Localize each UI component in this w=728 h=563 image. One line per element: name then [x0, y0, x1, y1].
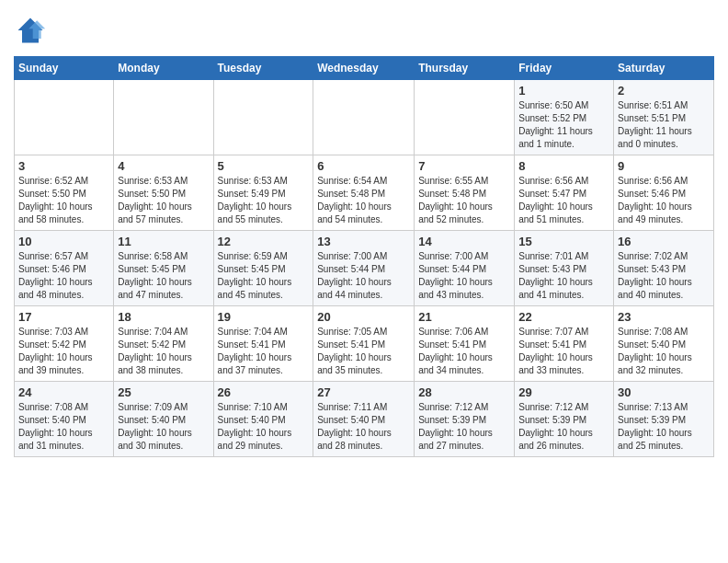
day-info: Sunrise: 6:56 AM Sunset: 5:47 PM Dayligh… — [518, 175, 609, 226]
day-info: Sunrise: 6:55 AM Sunset: 5:48 PM Dayligh… — [418, 175, 510, 226]
day-number: 27 — [317, 385, 410, 399]
calendar-cell: 8Sunrise: 6:56 AM Sunset: 5:47 PM Daylig… — [515, 155, 614, 231]
calendar-cell: 2Sunrise: 6:51 AM Sunset: 5:51 PM Daylig… — [614, 80, 714, 155]
day-number: 29 — [518, 385, 609, 399]
calendar-body: 1Sunrise: 6:50 AM Sunset: 5:52 PM Daylig… — [15, 80, 714, 457]
calendar-cell — [313, 80, 415, 155]
calendar-cell: 17Sunrise: 7:03 AM Sunset: 5:42 PM Dayli… — [15, 306, 114, 382]
day-info: Sunrise: 7:05 AM Sunset: 5:41 PM Dayligh… — [317, 326, 410, 377]
day-number: 2 — [618, 84, 710, 98]
calendar-cell — [415, 80, 515, 155]
day-number: 7 — [418, 159, 510, 173]
day-number: 9 — [618, 159, 710, 173]
calendar-cell — [114, 80, 213, 155]
day-info: Sunrise: 7:11 AM Sunset: 5:40 PM Dayligh… — [317, 401, 410, 453]
day-info: Sunrise: 6:53 AM Sunset: 5:50 PM Dayligh… — [118, 175, 209, 226]
day-number: 14 — [418, 235, 510, 248]
day-number: 5 — [218, 159, 310, 173]
calendar-cell: 12Sunrise: 6:59 AM Sunset: 5:45 PM Dayli… — [213, 231, 313, 306]
calendar-cell: 27Sunrise: 7:11 AM Sunset: 5:40 PM Dayli… — [313, 382, 415, 457]
calendar-cell: 23Sunrise: 7:08 AM Sunset: 5:40 PM Dayli… — [614, 306, 714, 382]
day-info: Sunrise: 7:07 AM Sunset: 5:41 PM Dayligh… — [518, 326, 609, 377]
weekday-header-saturday: Saturday — [614, 57, 714, 80]
weekday-header-monday: Monday — [114, 57, 213, 80]
day-info: Sunrise: 6:50 AM Sunset: 5:52 PM Dayligh… — [518, 99, 609, 151]
calendar-cell: 22Sunrise: 7:07 AM Sunset: 5:41 PM Dayli… — [515, 306, 614, 382]
day-info: Sunrise: 7:06 AM Sunset: 5:41 PM Dayligh… — [418, 326, 510, 377]
day-number: 18 — [118, 310, 209, 324]
calendar-cell — [213, 80, 313, 155]
day-info: Sunrise: 7:03 AM Sunset: 5:42 PM Dayligh… — [18, 326, 109, 377]
weekday-header-sunday: Sunday — [15, 57, 114, 80]
calendar-cell: 1Sunrise: 6:50 AM Sunset: 5:52 PM Daylig… — [515, 80, 614, 155]
calendar-cell — [15, 80, 114, 155]
calendar-cell: 11Sunrise: 6:58 AM Sunset: 5:45 PM Dayli… — [114, 231, 213, 306]
day-info: Sunrise: 7:04 AM Sunset: 5:41 PM Dayligh… — [218, 326, 310, 377]
logo-icon — [14, 14, 47, 47]
weekday-header-wednesday: Wednesday — [313, 57, 415, 80]
weekday-header-friday: Friday — [515, 57, 614, 80]
day-info: Sunrise: 6:54 AM Sunset: 5:48 PM Dayligh… — [317, 175, 410, 226]
day-info: Sunrise: 7:08 AM Sunset: 5:40 PM Dayligh… — [618, 326, 710, 377]
calendar-cell: 6Sunrise: 6:54 AM Sunset: 5:48 PM Daylig… — [313, 155, 415, 231]
day-number: 20 — [317, 310, 410, 324]
day-info: Sunrise: 7:04 AM Sunset: 5:42 PM Dayligh… — [118, 326, 209, 377]
day-number: 6 — [317, 159, 410, 173]
calendar-week-4: 17Sunrise: 7:03 AM Sunset: 5:42 PM Dayli… — [15, 306, 714, 382]
day-number: 22 — [518, 310, 609, 324]
calendar-cell: 26Sunrise: 7:10 AM Sunset: 5:40 PM Dayli… — [213, 382, 313, 457]
day-info: Sunrise: 7:12 AM Sunset: 5:39 PM Dayligh… — [418, 401, 510, 453]
calendar-header: SundayMondayTuesdayWednesdayThursdayFrid… — [15, 57, 714, 80]
day-number: 1 — [518, 84, 609, 98]
day-number: 16 — [618, 235, 710, 248]
day-info: Sunrise: 7:08 AM Sunset: 5:40 PM Dayligh… — [18, 401, 109, 453]
day-number: 23 — [618, 310, 710, 324]
calendar-cell: 15Sunrise: 7:01 AM Sunset: 5:43 PM Dayli… — [515, 231, 614, 306]
calendar-cell: 18Sunrise: 7:04 AM Sunset: 5:42 PM Dayli… — [114, 306, 213, 382]
calendar-cell: 21Sunrise: 7:06 AM Sunset: 5:41 PM Dayli… — [415, 306, 515, 382]
day-info: Sunrise: 6:52 AM Sunset: 5:50 PM Dayligh… — [18, 175, 109, 226]
day-number: 11 — [118, 235, 209, 248]
weekday-row: SundayMondayTuesdayWednesdayThursdayFrid… — [15, 57, 714, 80]
calendar-cell: 14Sunrise: 7:00 AM Sunset: 5:44 PM Dayli… — [415, 231, 515, 306]
day-info: Sunrise: 7:02 AM Sunset: 5:43 PM Dayligh… — [618, 250, 710, 302]
calendar-cell: 13Sunrise: 7:00 AM Sunset: 5:44 PM Dayli… — [313, 231, 415, 306]
weekday-header-thursday: Thursday — [415, 57, 515, 80]
calendar-cell: 29Sunrise: 7:12 AM Sunset: 5:39 PM Dayli… — [515, 382, 614, 457]
calendar-cell: 5Sunrise: 6:53 AM Sunset: 5:49 PM Daylig… — [213, 155, 313, 231]
day-number: 4 — [118, 159, 209, 173]
calendar-week-1: 1Sunrise: 6:50 AM Sunset: 5:52 PM Daylig… — [15, 80, 714, 155]
calendar-cell: 10Sunrise: 6:57 AM Sunset: 5:46 PM Dayli… — [15, 231, 114, 306]
day-info: Sunrise: 6:58 AM Sunset: 5:45 PM Dayligh… — [118, 250, 209, 302]
calendar-cell: 7Sunrise: 6:55 AM Sunset: 5:48 PM Daylig… — [415, 155, 515, 231]
day-number: 12 — [218, 235, 310, 248]
calendar-table: SundayMondayTuesdayWednesdayThursdayFrid… — [14, 56, 714, 457]
day-info: Sunrise: 7:10 AM Sunset: 5:40 PM Dayligh… — [218, 401, 310, 453]
day-info: Sunrise: 6:56 AM Sunset: 5:46 PM Dayligh… — [618, 175, 710, 226]
calendar-cell: 24Sunrise: 7:08 AM Sunset: 5:40 PM Dayli… — [15, 382, 114, 457]
calendar-cell: 25Sunrise: 7:09 AM Sunset: 5:40 PM Dayli… — [114, 382, 213, 457]
day-info: Sunrise: 6:51 AM Sunset: 5:51 PM Dayligh… — [618, 99, 710, 151]
day-info: Sunrise: 6:53 AM Sunset: 5:49 PM Dayligh… — [218, 175, 310, 226]
calendar-week-5: 24Sunrise: 7:08 AM Sunset: 5:40 PM Dayli… — [15, 382, 714, 457]
day-number: 15 — [518, 235, 609, 248]
weekday-header-tuesday: Tuesday — [213, 57, 313, 80]
day-info: Sunrise: 7:09 AM Sunset: 5:40 PM Dayligh… — [118, 401, 209, 453]
day-info: Sunrise: 7:12 AM Sunset: 5:39 PM Dayligh… — [518, 401, 609, 453]
calendar-cell: 3Sunrise: 6:52 AM Sunset: 5:50 PM Daylig… — [15, 155, 114, 231]
day-number: 25 — [118, 385, 209, 399]
header — [14, 14, 714, 47]
day-info: Sunrise: 6:59 AM Sunset: 5:45 PM Dayligh… — [218, 250, 310, 302]
calendar-cell: 9Sunrise: 6:56 AM Sunset: 5:46 PM Daylig… — [614, 155, 714, 231]
day-number: 8 — [518, 159, 609, 173]
day-number: 19 — [218, 310, 310, 324]
calendar-week-3: 10Sunrise: 6:57 AM Sunset: 5:46 PM Dayli… — [15, 231, 714, 306]
calendar-cell: 4Sunrise: 6:53 AM Sunset: 5:50 PM Daylig… — [114, 155, 213, 231]
day-info: Sunrise: 7:00 AM Sunset: 5:44 PM Dayligh… — [317, 250, 410, 302]
calendar-week-2: 3Sunrise: 6:52 AM Sunset: 5:50 PM Daylig… — [15, 155, 714, 231]
day-info: Sunrise: 7:00 AM Sunset: 5:44 PM Dayligh… — [418, 250, 510, 302]
day-number: 30 — [618, 385, 710, 399]
day-number: 28 — [418, 385, 510, 399]
calendar-cell: 20Sunrise: 7:05 AM Sunset: 5:41 PM Dayli… — [313, 306, 415, 382]
day-number: 10 — [18, 235, 109, 248]
